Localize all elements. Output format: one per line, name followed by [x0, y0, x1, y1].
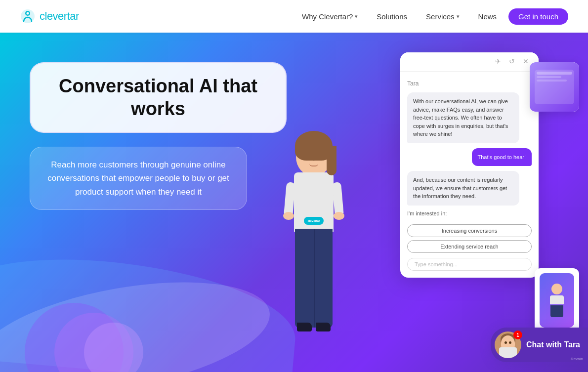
send-icon: ✈	[495, 57, 504, 66]
avatar-figure: clevertar	[274, 135, 353, 372]
chat-option-conversions[interactable]: Increasing conversions	[407, 224, 532, 237]
chat-widget-avatar-wrapper: 1	[495, 331, 521, 358]
deco-circles	[25, 303, 173, 372]
avatar-shoes	[297, 323, 331, 331]
revain-label: Revain	[571, 357, 583, 361]
chat-agent-name: Tara	[407, 79, 532, 87]
chat-widget-label: Chat with Tara	[526, 340, 580, 349]
avatar-shoe-left	[297, 323, 312, 331]
nav-item-why-clevertar[interactable]: Why Clevertar?	[295, 8, 365, 25]
chat-bubble-user-1: That's good to hear!	[472, 148, 532, 166]
chat-mockup: ✈ ↺ ✕ Tara With our conversational AI, w…	[400, 52, 539, 278]
chat-body: Tara With our conversational AI, we can …	[400, 72, 539, 278]
nav-item-get-in-touch[interactable]: Get in touch	[508, 8, 568, 25]
chat-type-input[interactable]: Type something...	[407, 258, 532, 271]
logo[interactable]: clevertar	[20, 8, 79, 24]
avatar-shoe-right	[316, 323, 331, 331]
phone-inner	[540, 273, 574, 328]
interested-label: I'm interested in:	[407, 210, 532, 216]
phone-mockup	[535, 268, 579, 332]
right-card-top	[530, 62, 579, 112]
hero-left-content: Conversational AI that works Reach more …	[30, 62, 287, 210]
chat-bubble-2: And, because our content is regularly up…	[407, 171, 519, 206]
hero-headline: Conversational AI that works	[48, 75, 268, 120]
main-nav: Why Clevertar? Solutions Services News G…	[295, 8, 568, 25]
chat-mockup-header: ✈ ↺ ✕	[400, 52, 539, 72]
notification-badge: 1	[513, 331, 522, 339]
chat-options: Increasing conversions Extending service…	[407, 224, 532, 271]
refresh-icon: ↺	[509, 57, 518, 66]
avatar-pants	[295, 229, 333, 328]
logo-icon	[20, 8, 36, 24]
nav-item-services[interactable]: Services	[419, 8, 466, 25]
headline-box: Conversational AI that works	[30, 62, 287, 133]
nav-item-news[interactable]: News	[471, 8, 504, 25]
avatar-logo-badge: clevertar	[304, 217, 324, 225]
chat-widget[interactable]: 1 Chat with Tara Revain	[491, 328, 588, 362]
avatar-hair	[295, 131, 333, 161]
chat-bubble-1: With our conversational AI, we can give …	[407, 92, 519, 143]
avatar-body: clevertar	[294, 172, 334, 232]
header: clevertar Why Clevertar? Solutions Servi…	[0, 0, 588, 33]
hero-subtext-box: Reach more customers through genuine onl…	[30, 147, 247, 210]
logo-text: clevertar	[40, 10, 79, 23]
chat-widget-avatar-body	[499, 347, 517, 358]
chat-option-service[interactable]: Extending service reach	[407, 240, 532, 253]
svg-point-2	[27, 12, 29, 15]
hero-subtext: Reach more customers through genuine onl…	[45, 158, 232, 199]
nav-item-solutions[interactable]: Solutions	[370, 8, 414, 25]
hero-section: Conversational AI that works Reach more …	[0, 33, 588, 372]
avatar-3d: clevertar	[254, 125, 373, 372]
